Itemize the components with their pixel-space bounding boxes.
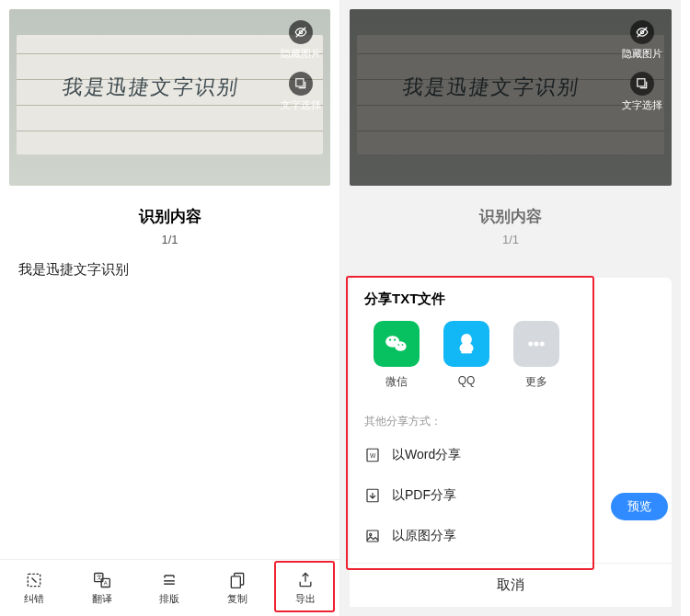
text-select-button[interactable]: 文字选择 <box>622 72 662 112</box>
section-title: 识别内容 <box>0 206 339 227</box>
scanned-photo-dim: 我是迅捷文字识别 隐藏图片 文字选择 <box>350 9 672 186</box>
highlight-export <box>274 561 335 612</box>
text-select-button[interactable]: 文字选择 <box>281 72 321 112</box>
svg-text:文: 文 <box>97 574 102 580</box>
copy-icon <box>228 571 247 589</box>
hide-image-button[interactable]: 隐藏图片 <box>281 20 321 61</box>
hide-image-label: 隐藏图片 <box>622 47 662 61</box>
text-select-label: 文字选择 <box>281 98 321 112</box>
svg-rect-2 <box>296 79 304 86</box>
svg-rect-11 <box>232 576 241 587</box>
preview-button[interactable]: 预览 <box>611 493 668 520</box>
tab-correct[interactable]: 纠错 <box>0 560 68 616</box>
translate-icon: 文A <box>93 571 111 589</box>
handwriting-text: 我是迅捷文字识别 <box>61 74 241 101</box>
recognized-text: 我是迅捷文字识别 <box>0 246 339 293</box>
scanned-photo: 我是迅捷文字识别 隐藏图片 文字选择 <box>9 9 330 186</box>
tab-translate[interactable]: 文A 翻译 <box>68 560 136 616</box>
text-select-icon <box>630 72 654 96</box>
tab-copy[interactable]: 复制 <box>203 560 271 616</box>
text-select-label: 文字选择 <box>622 98 662 112</box>
layout-icon <box>160 571 178 589</box>
correct-icon <box>25 571 43 589</box>
tab-layout-label: 排版 <box>159 592 179 606</box>
text-select-icon <box>289 72 313 96</box>
handwriting-text: 我是迅捷文字识别 <box>401 74 581 101</box>
svg-text:A: A <box>103 580 107 586</box>
paper-preview: 我是迅捷文字识别 <box>357 35 664 154</box>
eye-off-icon <box>630 20 654 44</box>
eye-off-icon <box>289 20 313 44</box>
tab-translate-label: 翻译 <box>92 592 112 606</box>
screen-left: 我是迅捷文字识别 隐藏图片 文字选择 识别内容 1/1 我是迅捷文字识别 <box>0 0 340 616</box>
screen-right: 我是迅捷文字识别 隐藏图片 文字选择 识别内容 1/1 分享TXT文件 <box>340 0 681 616</box>
tab-layout[interactable]: 排版 <box>136 560 204 616</box>
paper-preview: 我是迅捷文字识别 <box>17 35 323 154</box>
hide-image-label: 隐藏图片 <box>281 47 321 61</box>
tab-correct-label: 纠错 <box>24 592 44 606</box>
svg-rect-14 <box>638 79 645 86</box>
hide-image-button[interactable]: 隐藏图片 <box>622 20 662 61</box>
highlight-sheet <box>346 276 594 570</box>
tab-copy-label: 复制 <box>227 592 247 606</box>
page-count: 1/1 <box>0 233 339 246</box>
